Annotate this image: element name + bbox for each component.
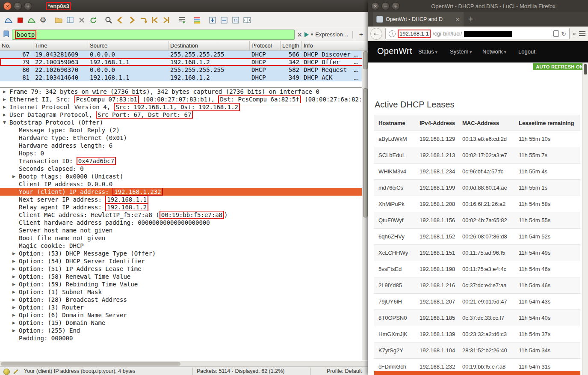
detail-line[interactable]: Client hardware address padding: 0000000… — [0, 219, 368, 226]
detail-line-udp[interactable]: ▶User Datagram Protocol, Src Port: 67, D… — [0, 111, 368, 119]
detail-line-bootp[interactable]: ▼Bootstrap Protocol (Offer) — [0, 119, 368, 126]
add-filter-button[interactable]: + — [357, 31, 366, 39]
menu-hamburger-icon[interactable] — [579, 31, 585, 36]
packet-row[interactable]: 80 22.102690370 0.0.0.0 255.255.255.255 … — [0, 66, 368, 74]
filter-bookmark-icon[interactable] — [2, 30, 10, 39]
detail-line[interactable]: Message type: Boot Reply (2) — [0, 126, 368, 134]
expand-icon[interactable]: ▶ — [12, 304, 15, 311]
resize-columns-icon[interactable] — [241, 14, 253, 26]
window-minimize-button[interactable]: − — [381, 2, 390, 10]
detail-line-option[interactable]: ▶Option: (28) Broadcast Address — [0, 296, 368, 304]
expand-icon[interactable]: ▶ — [12, 280, 15, 288]
apply-filter-icon[interactable] — [304, 32, 309, 37]
packet-row[interactable]: 67 19.843281609 0.0.0.0 255.255.255.255 … — [0, 51, 368, 58]
back-button[interactable]: ← — [370, 28, 382, 40]
expand-icon[interactable]: ▶ — [12, 296, 15, 304]
capture-stop-icon[interactable] — [14, 14, 26, 26]
capture-restart-icon[interactable] — [26, 14, 37, 26]
expand-icon[interactable]: ▶ — [3, 111, 6, 119]
detail-line[interactable]: Hardware type: Ethernet (0x01) — [0, 134, 368, 142]
detail-line-option[interactable]: ▶Option: (3) Router — [0, 304, 368, 311]
site-info-icon[interactable]: i — [389, 30, 396, 37]
scrollbar-thumb[interactable] — [363, 88, 368, 217]
last-packet-icon[interactable] — [160, 14, 172, 26]
expand-icon[interactable]: ▶ — [12, 311, 15, 319]
nav-status[interactable]: Status▾ — [418, 48, 437, 55]
save-file-icon[interactable] — [64, 14, 76, 26]
detail-line[interactable]: Server host name not given — [0, 226, 368, 234]
zoom-original-icon[interactable]: 1:1 — [230, 14, 241, 26]
window-close-button[interactable]: × — [3, 2, 12, 10]
new-tab-button[interactable]: + — [468, 15, 474, 23]
detail-line-option[interactable]: ▶Option: (53) DHCP Message Type (Offer) — [0, 250, 368, 257]
horizontal-scrollbar[interactable] — [0, 361, 368, 366]
browser-tab[interactable]: OpenWrt - DHCP and D × — [373, 12, 464, 27]
zoom-out-icon[interactable] — [218, 14, 230, 26]
find-packet-icon[interactable] — [103, 14, 114, 26]
scrollbar-thumb[interactable] — [584, 64, 587, 74]
expand-icon[interactable]: ▶ — [12, 273, 15, 280]
detail-line-bootp-flags[interactable]: ▶Bootp flags: 0x0000 (Unicast) — [0, 173, 368, 180]
expand-icon[interactable]: ▶ — [12, 173, 15, 180]
detail-line[interactable]: Boot file name not given — [0, 234, 368, 242]
detail-line-your-ip-selected[interactable]: Your (client) IP address: 192.168.1.232 — [0, 188, 368, 196]
expand-icon[interactable]: ▶ — [12, 265, 15, 273]
capture-comment-icon[interactable] — [13, 369, 19, 375]
detail-line[interactable]: Seconds elapsed: 0 — [0, 165, 368, 173]
column-header-no[interactable]: No. — [0, 41, 33, 50]
overflow-chevrons-icon[interactable]: » — [573, 30, 576, 37]
column-header-source[interactable]: Source — [88, 41, 168, 50]
filter-input[interactable]: bootp — [12, 30, 295, 40]
expand-icon[interactable]: ▶ — [3, 103, 6, 111]
expand-icon[interactable]: ▶ — [3, 88, 6, 95]
collapse-icon[interactable]: ▼ — [3, 119, 6, 126]
scrollbar-thumb[interactable] — [1, 362, 180, 366]
tab-close-icon[interactable]: × — [455, 16, 460, 23]
filter-dropdown-icon[interactable]: ▾ — [311, 32, 313, 37]
detail-line-option[interactable]: ▶Option: (1) Subnet Mask — [0, 288, 368, 296]
nav-system[interactable]: System▾ — [450, 48, 472, 55]
open-file-icon[interactable] — [53, 14, 64, 26]
detail-line-option[interactable]: ▶Option: (54) DHCP Server Identifier — [0, 257, 368, 265]
detail-line-relay-agent[interactable]: Relay agent IP address: 192.168.1.2 — [0, 203, 368, 211]
window-minimize-button[interactable]: − — [14, 2, 22, 10]
detail-line-transaction-id[interactable]: Transaction ID: 0x47ad6bc7 — [0, 157, 368, 165]
detail-line-option[interactable]: ▶Option: (15) Domain Name — [0, 319, 368, 327]
detail-pane-scrollbar[interactable] — [362, 87, 368, 360]
column-header-length[interactable]: Length — [281, 41, 302, 50]
expand-icon[interactable]: ▶ — [12, 327, 15, 334]
expand-icon[interactable]: ▶ — [12, 288, 15, 296]
expand-icon[interactable]: ▶ — [12, 319, 15, 327]
first-packet-icon[interactable] — [149, 14, 160, 26]
capture-start-icon[interactable] — [3, 14, 14, 26]
detail-line-option[interactable]: ▶Option: (59) Rebinding Time Value — [0, 280, 368, 288]
page-action-icon[interactable] — [553, 30, 559, 37]
detail-line-option[interactable]: ▶Option: (255) End — [0, 327, 368, 334]
packet-row-selected[interactable]: 79 22.100359063 192.168.1.1 192.168.1.2 … — [0, 58, 368, 66]
auto-refresh-badge[interactable]: AUTO REFRESH ON — [533, 63, 586, 70]
reload-file-icon[interactable] — [87, 14, 99, 26]
detail-line[interactable]: Hardware address length: 6 — [0, 142, 368, 149]
next-packet-icon[interactable] — [126, 14, 137, 26]
packet-list-scrollbar[interactable] — [362, 51, 368, 87]
detail-line[interactable]: Magic cookie: DHCP — [0, 242, 368, 250]
detail-line-next-server[interactable]: Next server IP address: 192.168.1.1 — [0, 196, 368, 203]
capture-options-icon[interactable]: ⚙ — [37, 14, 49, 26]
column-header-time[interactable]: Time — [33, 41, 88, 50]
colorize-icon[interactable] — [191, 14, 203, 26]
expert-info-icon[interactable] — [3, 369, 10, 375]
window-close-button[interactable]: × — [371, 2, 379, 10]
close-file-icon[interactable] — [76, 14, 87, 26]
column-header-info[interactable]: Info — [302, 41, 368, 50]
packet-row[interactable]: 81 22.103414640 192.168.1.1 192.168.1.2 … — [0, 74, 368, 81]
expand-icon[interactable]: ▶ — [12, 250, 15, 257]
detail-line-option[interactable]: ▶Option: (58) Renewal Time Value — [0, 273, 368, 280]
window-maximize-button[interactable]: + — [392, 2, 400, 10]
profile-status[interactable]: Profile: Default — [327, 368, 362, 374]
detail-line[interactable]: Hops: 0 — [0, 149, 368, 157]
goto-packet-icon[interactable] — [137, 14, 149, 26]
previous-packet-icon[interactable] — [114, 14, 126, 26]
window-maximize-button[interactable]: + — [24, 2, 32, 10]
reload-icon[interactable]: ↻ — [561, 30, 566, 37]
detail-line-client-mac[interactable]: Client MAC address: HewlettP_f5:e7:a8 (0… — [0, 211, 368, 219]
